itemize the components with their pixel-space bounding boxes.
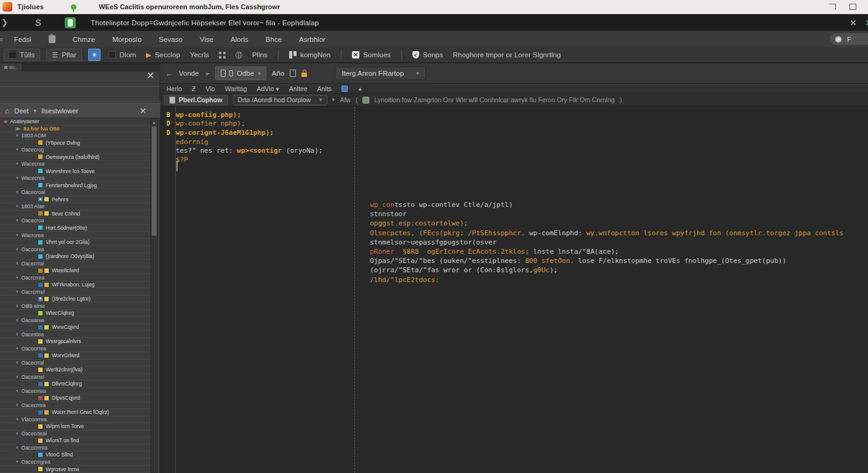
tree-root-row[interactable]: ◈Anateyaeser bbox=[0, 118, 150, 126]
tree-item-row[interactable]: WorvGrlwrd bbox=[0, 352, 150, 360]
twisty-icon[interactable]: ▾ bbox=[16, 161, 18, 166]
code-line[interactable]: pRoner §8R8 ogErIcore EcAcots.2tklos; ln… bbox=[370, 247, 843, 256]
tree-category-row[interactable]: ▾Oacecrrgrea bbox=[0, 459, 150, 466]
tree-category-row[interactable]: ▾1803 Alae bbox=[0, 203, 150, 211]
maximize-button[interactable] bbox=[850, 4, 856, 10]
file-chip[interactable]: Pberl.Cophow bbox=[164, 95, 228, 105]
tree-category-row[interactable]: ▾Oacearea bbox=[0, 317, 150, 324]
secondary-label[interactable]: Año bbox=[272, 70, 284, 77]
twisty-icon[interactable]: ▾ bbox=[16, 218, 18, 223]
code-line[interactable]: Ojpas/"SEta/"bes (ouken/"esstiplnees: 80… bbox=[370, 256, 843, 265]
tree-category-row[interactable]: ▾Oacrcrrea bbox=[0, 274, 150, 281]
tree-item-row[interactable]: Pehnrs bbox=[0, 196, 150, 204]
tree-item-row[interactable]: Vhrrt yel oor 2Glia) bbox=[0, 239, 150, 246]
menu-item-2[interactable]: Chmze bbox=[73, 36, 95, 43]
toolbar-t-lls[interactable]: Tūlls bbox=[4, 49, 40, 61]
twisty-icon[interactable]: ▾ bbox=[16, 289, 18, 294]
tree-item-row[interactable]: Oemeeyeza (lsslofhlrd) bbox=[0, 154, 150, 161]
tree-item-row[interactable]: DllvreClqlnrg bbox=[0, 381, 150, 388]
menu-item-1[interactable]: Fedsl bbox=[14, 36, 31, 43]
tree-header-title[interactable]: Deet bbox=[14, 107, 28, 115]
toolbar-globe-icon[interactable] bbox=[234, 52, 244, 59]
tree-item-row[interactable]: 8eve Cnhnd bbox=[0, 211, 150, 218]
back-arrow-icon[interactable]: ← bbox=[165, 69, 173, 78]
tree-item-row[interactable]: Wgrosve lnrne bbox=[0, 466, 150, 473]
tree-category-row[interactable]: ▾Oacecroa bbox=[0, 217, 150, 225]
device-mode-group[interactable]: Odbe ▾ bbox=[215, 67, 266, 80]
subtoolbar-item-6[interactable]: Anltee bbox=[289, 85, 308, 92]
menu-item-6[interactable]: Alorls bbox=[231, 36, 248, 43]
chevron-down-icon[interactable]: ▾ bbox=[34, 108, 37, 114]
blue-grid-icon[interactable] bbox=[342, 86, 348, 92]
tree-category-row[interactable]: ▾Vlacoorrea bbox=[0, 416, 150, 424]
tree-item-row[interactable]: W/prn lorn Torve bbox=[0, 423, 150, 431]
toolbar-secclop[interactable]: ▶Secclop bbox=[144, 51, 182, 59]
tree-category-row[interactable]: ▾O8l9 alrse bbox=[0, 302, 150, 310]
tree-item-row[interactable]: Wonrshnre lco Toeve bbox=[0, 168, 150, 176]
subtoolbar-item-5[interactable]: AdVlo ▾ bbox=[257, 85, 279, 92]
subtoolbar-item-1[interactable]: Herlo bbox=[166, 85, 182, 92]
visibility-pill-button[interactable]: F bbox=[830, 33, 868, 45]
code-line[interactable]: Olsecpctes, (FEcs(pkrg; /PtSEhsspphcr. w… bbox=[370, 228, 843, 238]
gear-icon[interactable]: ✳ bbox=[88, 49, 100, 61]
toolbar-rhoghore-tmpor-or-lorer-slgnrtlng[interactable]: Rhoghore tmpor or Lorer Slgnrtlng bbox=[451, 51, 562, 59]
tree-link-row[interactable]: ≫8a hor lva O8o bbox=[0, 126, 150, 133]
tree-category-row[interactable]: ▾Oacecrrea bbox=[0, 388, 150, 395]
tree-item-row[interactable]: DlpvsCqjvrd bbox=[0, 395, 150, 402]
close-icon[interactable]: ✕ bbox=[850, 18, 857, 28]
tree-item-row[interactable]: WFrknabon. Lujeg bbox=[0, 281, 150, 289]
tree-category-row[interactable]: ▾Wacrorea bbox=[0, 232, 150, 239]
twisty-icon[interactable]: ▾ bbox=[16, 318, 18, 323]
twisty-icon[interactable]: ▾ bbox=[16, 133, 18, 138]
twisty-icon[interactable]: ▾ bbox=[16, 247, 18, 252]
toolbar-somlues[interactable]: ✕Somlues bbox=[350, 51, 393, 59]
chevron-right-icon[interactable]: ❯ bbox=[1, 18, 8, 27]
scroll-up-icon[interactable]: ▲ bbox=[151, 119, 157, 126]
twisty-icon[interactable]: ▾ bbox=[16, 445, 18, 450]
tree-item-row[interactable]: ()rardhore O0vyrj8la) bbox=[0, 253, 150, 261]
menu-item-4[interactable]: Sevaso bbox=[159, 36, 182, 43]
code-line[interactable]: opggst.esp:costortolwe); bbox=[370, 219, 843, 228]
tree-item-row[interactable]: (Y8pece Dvlng bbox=[0, 140, 150, 147]
code-line[interactable]: tes?" nes ret: wp><sontigr (oryoNa); bbox=[160, 146, 322, 155]
subtoolbar-item-4[interactable]: Warltag bbox=[225, 85, 247, 92]
code-line[interactable]: Dwp-coofier nphp); bbox=[160, 119, 322, 129]
target-dropdown[interactable]: Iterg Anron FRartop ▾ bbox=[335, 67, 426, 80]
toolbar-sonps[interactable]: ✓Sonps bbox=[411, 51, 445, 59]
toolbar-dlom[interactable]: Dlom bbox=[107, 51, 138, 59]
code-line[interactable]: Bwp-confiig.php); bbox=[160, 110, 322, 119]
tree-category-row[interactable]: ▾Oacecrral bbox=[0, 260, 150, 267]
device-icon[interactable] bbox=[65, 17, 76, 28]
tree-item-row[interactable]: Fenrtersbnelnrd Lgjeg bbox=[0, 182, 150, 190]
tree-item-row[interactable]: Wer82clnrrj(lva) bbox=[0, 366, 150, 374]
tree-category-row[interactable]: ▾Oacoorea bbox=[0, 246, 150, 253]
path-dropdown[interactable]: Drta /Aonrdl hod Oorplow ▾ bbox=[233, 95, 327, 105]
code-line[interactable]: edorrnig bbox=[160, 137, 322, 147]
tree-item-row[interactable]: ()8re2clne Lgtre) bbox=[0, 296, 150, 303]
code-line[interactable]: wp_contssto wp-contlev Ctle/a/jptl) bbox=[370, 200, 843, 209]
toolbar-yecrls[interactable]: Yecrls bbox=[188, 51, 211, 59]
sidebar-scrollbar[interactable]: ▲ bbox=[150, 118, 158, 473]
tree-category-row[interactable]: ▾Oacecrog bbox=[0, 147, 150, 154]
code-line[interactable]: $?P bbox=[160, 155, 322, 164]
twisty-icon[interactable]: ▾ bbox=[16, 204, 18, 209]
subtoolbar-item-3[interactable]: Vlo bbox=[206, 85, 215, 92]
tree-item-row[interactable]: WlorsT os flnd bbox=[0, 437, 150, 445]
tree-item-row[interactable]: Wtee8clwrd bbox=[0, 267, 150, 275]
sidebar-mini-tab[interactable]: 8h‥ bbox=[0, 63, 22, 71]
tree-category-row[interactable]: ▾Oacecrrea bbox=[0, 402, 150, 410]
twisty-icon[interactable]: ▾ bbox=[16, 304, 18, 309]
tree-item-row[interactable]: Wssrgpcalnlvrs bbox=[0, 338, 150, 346]
twisty-icon[interactable]: ▾ bbox=[16, 190, 18, 195]
tree-item-row[interactable]: Wocrr.Rerrl Grwc fOqlrz) bbox=[0, 409, 150, 416]
twisty-icon[interactable]: ▾ bbox=[16, 176, 18, 180]
twisty-icon[interactable]: ▾ bbox=[16, 403, 18, 408]
twisty-icon[interactable]: ▾ bbox=[16, 332, 18, 337]
twisty-icon[interactable]: ▾ bbox=[16, 233, 18, 238]
tree-category-row[interactable]: ▾Oacrcrrrel bbox=[0, 288, 150, 296]
twisty-icon[interactable]: ▾ bbox=[16, 417, 18, 422]
code-area[interactable]: Bwp-confiig.php);Dwp-coofier nphp);Dwp-c… bbox=[160, 107, 868, 473]
toolbar-pflar[interactable]: ☰Pflar bbox=[46, 49, 82, 61]
twisty-icon[interactable]: ▾ bbox=[16, 275, 18, 280]
menu-item-8[interactable]: Asrbhlor bbox=[299, 36, 326, 43]
